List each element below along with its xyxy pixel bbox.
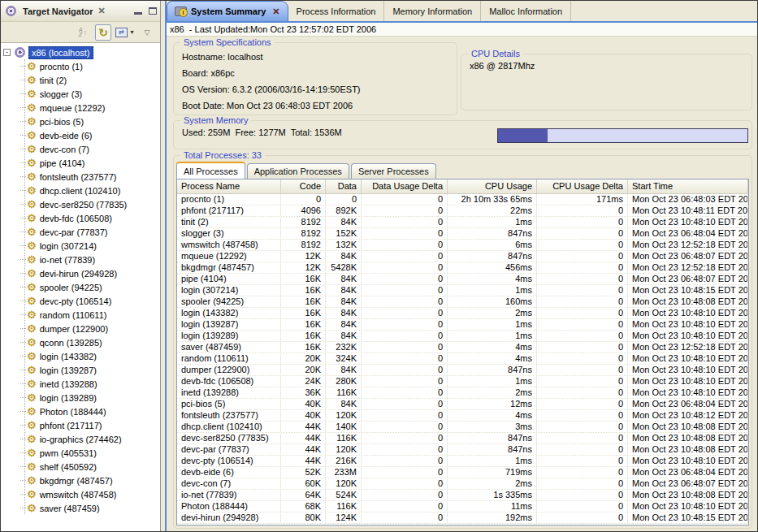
column-header[interactable]: Code	[281, 179, 326, 193]
table-row[interactable]: fontsleuth (237577)40K120K04ms0Mon Oct 2…	[177, 410, 748, 422]
table-row[interactable]: login (139289)16K84K01ms0Mon Oct 23 10:4…	[177, 331, 748, 342]
minimize-icon[interactable]	[134, 8, 142, 15]
table-cell: 140K	[326, 422, 362, 432]
column-header[interactable]: Data Usage Delta	[362, 179, 448, 193]
column-header[interactable]: Start Time	[628, 179, 748, 193]
table-row[interactable]: login (143382)16K84K02ms0Mon Oct 23 10:4…	[177, 308, 748, 319]
table-row[interactable]: devc-ser8250 (77835)44K116K0847ns0Mon Oc…	[177, 433, 748, 444]
table-row[interactable]: login (307214)16K84K01ms0Mon Oct 23 10:4…	[177, 285, 748, 296]
editor-tab-process-information[interactable]: Process Information	[288, 1, 385, 21]
process-tab-all-processes[interactable]: All Processes	[176, 162, 245, 179]
table-row[interactable]: devc-con (7)60K120K02ms0Mon Oct 23 06:48…	[177, 478, 748, 490]
tree-item[interactable]: ⚙slogger (3)	[1, 87, 160, 101]
boot-date-value: Boot Date: Mon Oct 23 06:48:03 EDT 2006	[174, 97, 457, 113]
table-row[interactable]: pci-bios (5)40K84K012ms0Mon Oct 23 06:48…	[177, 399, 748, 410]
table-cell: 0	[537, 331, 628, 341]
tree-item-label: random (110611)	[40, 310, 107, 320]
process-tab-application-processes[interactable]: Application Processes	[247, 163, 349, 179]
table-row[interactable]: mqueue (12292)12K84K0847ns0Mon Oct 23 06…	[177, 251, 748, 262]
tree-item[interactable]: ⚙random (110611)	[1, 308, 160, 322]
tree-item[interactable]: ⚙devb-eide (6)	[1, 128, 160, 142]
tree-item[interactable]: ⚙io-graphics (274462)	[1, 432, 160, 446]
collapse-expander-icon[interactable]: -	[3, 49, 11, 56]
table-cell: Mon Oct 23 06:48:07 EDT 2006	[628, 251, 748, 262]
table-row[interactable]: dhcp.client (102410)44K140K03ms0Mon Oct …	[177, 422, 748, 433]
table-row[interactable]: devi-hirun (294928)80K124K0192ms0Mon Oct…	[177, 513, 748, 524]
editor-tab-system-summary[interactable]: System Summary✕	[167, 1, 288, 21]
table-row[interactable]: devb-fdc (106508)24K280K01ms0Mon Oct 23 …	[177, 376, 748, 387]
sort-button[interactable]: A Z ↑	[75, 24, 91, 41]
tree-item[interactable]: ⚙wmswitch (487458)	[1, 487, 160, 501]
table-row[interactable]: phfont (217117)4096892K022ms0Mon Oct 23 …	[177, 205, 748, 217]
tree-item[interactable]: ⚙saver (487459)	[1, 501, 160, 515]
maximize-icon[interactable]	[149, 7, 157, 15]
tree-item[interactable]: ⚙phfont (217117)	[1, 418, 160, 432]
tree-item[interactable]: ⚙devi-hirun (294928)	[1, 266, 160, 280]
table-row[interactable]: inetd (139288)36K116K02ms0Mon Oct 23 10:…	[177, 387, 748, 399]
tree-item[interactable]: ⚙pci-bios (5)	[1, 115, 160, 128]
tree-root-row[interactable]: - x86 (localhost)	[1, 45, 160, 59]
table-row[interactable]: wmswitch (487458)8192132K06ms0Mon Oct 23…	[177, 240, 748, 251]
refresh-button[interactable]: ↻	[95, 24, 111, 41]
close-icon[interactable]: ✕	[272, 6, 279, 17]
view-menu-button[interactable]: ▽	[139, 24, 155, 41]
tree-item[interactable]: ⚙fontsleuth (237577)	[1, 170, 160, 184]
tree-item[interactable]: ⚙login (143382)	[1, 349, 160, 363]
tree-item[interactable]: ⚙devc-pty (106514)	[1, 294, 160, 308]
tree-item[interactable]: ⚙devc-ser8250 (77835)	[1, 197, 160, 211]
tree-item[interactable]: ⚙dhcp.client (102410)	[1, 184, 160, 197]
tree-connector	[20, 425, 26, 426]
table-row[interactable]: login (139287)16K84K01ms0Mon Oct 23 10:4…	[177, 319, 748, 331]
tree-item[interactable]: ⚙spooler (94225)	[1, 280, 160, 294]
close-icon[interactable]: ✕	[98, 6, 106, 16]
tree-item[interactable]: ⚙login (307214)	[1, 239, 160, 253]
table-row[interactable]: devc-pty (106514)44K216K01ms0Mon Oct 23 …	[177, 456, 748, 467]
table-cell: 8192	[281, 240, 326, 250]
editor-tab-malloc-information[interactable]: Malloc Information	[481, 1, 571, 21]
tree-item[interactable]: ⚙io-net (77839)	[1, 253, 160, 266]
process-tab-server-processes[interactable]: Server Processes	[351, 163, 436, 179]
tree-root-label[interactable]: x86 (localhost)	[28, 46, 93, 59]
editor-tab-memory-information[interactable]: Memory Information	[384, 1, 481, 21]
table-row[interactable]: Photon (188444)68K116K011ms0Mon Oct 23 1…	[177, 501, 748, 513]
tree-item[interactable]: ⚙Photon (188444)	[1, 404, 160, 418]
process-gear-icon: ⚙	[27, 171, 37, 182]
process-gear-icon: ⚙	[27, 89, 37, 99]
table-row[interactable]: slogger (3)8192152K0847ns0Mon Oct 23 06:…	[177, 228, 748, 240]
tree-item[interactable]: ⚙devc-con (7)	[1, 142, 160, 156]
table-row[interactable]: tinit (2)819284K01ms0Mon Oct 23 10:48:10…	[177, 217, 748, 228]
table-row[interactable]: bkgdmgr (487457)12K5428K0456ms0Mon Oct 2…	[177, 262, 748, 274]
tree-item[interactable]: ⚙pipe (4104)	[1, 156, 160, 170]
table-row[interactable]: devb-eide (6)52K233M0719ms0Mon Oct 23 06…	[177, 467, 748, 478]
process-tab-bar: All ProcessesApplication ProcessesServer…	[176, 162, 436, 179]
switch-target-button[interactable]: ⇄ ▼	[115, 24, 135, 41]
tree-item[interactable]: ⚙login (139289)	[1, 391, 160, 404]
tree-item[interactable]: ⚙dumper (122900)	[1, 322, 160, 335]
table-row[interactable]: dumper (122900)20K84K0847ns0Mon Oct 23 1…	[177, 365, 748, 376]
tree-item[interactable]: ⚙inetd (139288)	[1, 377, 160, 391]
table-row[interactable]: pipe (4104)16K84K04ms0Mon Oct 23 06:48:0…	[177, 274, 748, 285]
column-header[interactable]: Data	[326, 179, 362, 193]
table-row[interactable]: spooler (94225)16K84K0160ms0Mon Oct 23 1…	[177, 296, 748, 308]
tree-item[interactable]: ⚙procnto (1)	[1, 59, 160, 73]
tree-item[interactable]: ⚙pwm (405531)	[1, 446, 160, 460]
tree-item[interactable]: ⚙tinit (2)	[1, 73, 160, 87]
tree-item[interactable]: ⚙qconn (139285)	[1, 335, 160, 349]
table-cell: 8192	[281, 228, 326, 239]
table-cell: 847ns	[448, 228, 537, 239]
tree-item[interactable]: ⚙mqueue (12292)	[1, 101, 160, 115]
column-header[interactable]: CPU Usage Delta	[537, 179, 628, 193]
column-header[interactable]: Process Name	[177, 179, 281, 193]
tree-item[interactable]: ⚙bkgdmgr (487457)	[1, 474, 160, 487]
table-row[interactable]: procnto (1)0002h 10m 33s 65ms171msMon Oc…	[177, 194, 748, 205]
tree-item[interactable]: ⚙devb-fdc (106508)	[1, 211, 160, 225]
tree-item[interactable]: ⚙devc-par (77837)	[1, 225, 160, 239]
column-header[interactable]: CPU Usage	[448, 179, 537, 193]
tree-connector	[20, 370, 26, 370]
table-row[interactable]: io-net (77839)64K524K01s 335ms0Mon Oct 2…	[177, 490, 748, 501]
tree-item[interactable]: ⚙shelf (450592)	[1, 460, 160, 474]
table-row[interactable]: random (110611)20K324K04ms0Mon Oct 23 10…	[177, 353, 748, 365]
tree-item[interactable]: ⚙login (139287)	[1, 363, 160, 377]
table-row[interactable]: saver (487459)16K232K04ms0Mon Oct 23 12:…	[177, 342, 748, 353]
table-row[interactable]: devc-par (77837)44K120K0847ns0Mon Oct 23…	[177, 444, 748, 456]
